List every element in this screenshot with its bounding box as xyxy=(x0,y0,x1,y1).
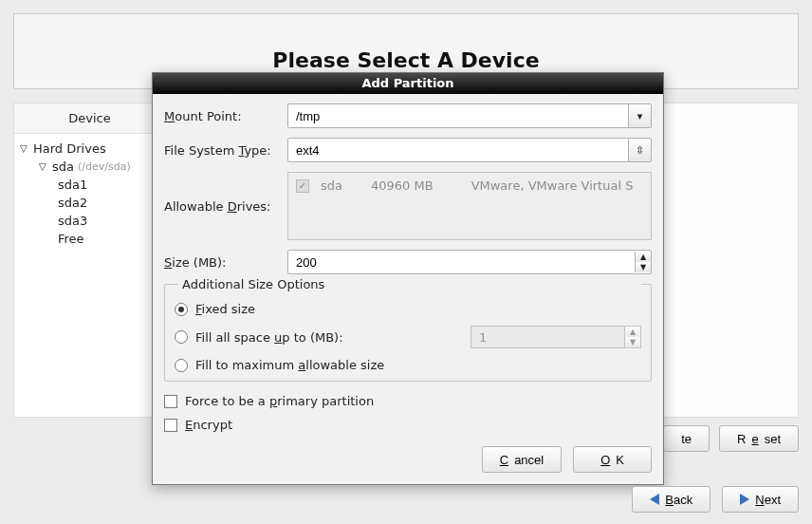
checkbox-icon[interactable] xyxy=(164,419,177,432)
size-input[interactable] xyxy=(288,255,635,270)
tree-part-sda3[interactable]: sda3 xyxy=(14,212,165,230)
mount-point-row: Mount Point: ▾ xyxy=(164,103,652,128)
drive-vendor: VMware, VMware Virtual S xyxy=(471,178,634,193)
tree-disk-path: (/dev/sda) xyxy=(78,160,131,173)
updown-icon[interactable]: ⇳ xyxy=(628,139,651,161)
fs-type-label: File System Type: xyxy=(164,143,287,158)
radio-fixed-size[interactable]: Fixed size xyxy=(175,297,641,321)
tree-disk-name: sda xyxy=(52,159,74,174)
drive-entry-sda: ✓ sda 40960 MB VMware, VMware Virtual S xyxy=(296,178,643,193)
dialog-title: Add Partition xyxy=(153,73,663,94)
disclosure-triangle-icon[interactable]: ▽ xyxy=(20,143,29,154)
size-row: Size (MB): ▲ ▼ xyxy=(164,250,652,274)
radio-icon[interactable] xyxy=(175,330,188,344)
reset-button[interactable]: Reset xyxy=(719,425,799,452)
tree-part-free[interactable]: Free xyxy=(14,230,165,248)
radio-fill-max[interactable]: Fill to maximum allowable size xyxy=(175,353,641,377)
radio-icon[interactable] xyxy=(175,359,188,372)
allowable-drives-list: ✓ sda 40960 MB VMware, VMware Virtual S xyxy=(287,172,652,240)
disclosure-triangle-icon[interactable]: ▽ xyxy=(39,161,48,172)
arrow-right-icon xyxy=(740,494,749,505)
page-title: Please Select A Device xyxy=(14,14,798,72)
mount-point-label: Mount Point: xyxy=(164,109,287,123)
checkbox-icon[interactable] xyxy=(164,395,177,408)
drive-size: 40960 MB xyxy=(371,178,434,193)
spin-up-icon: ▲ xyxy=(625,327,640,337)
delete-button-partial[interactable]: te xyxy=(663,425,710,452)
fill-up-to-input: 1 ▲ ▼ xyxy=(471,326,641,348)
additional-size-options: Additional Size Options Fixed size Fill … xyxy=(164,284,652,382)
spin-down-icon: ▼ xyxy=(625,337,640,347)
tree-disk-sda[interactable]: ▽ sda (/dev/sda) xyxy=(14,158,165,176)
check-primary[interactable]: Force to be a primary partition xyxy=(164,389,652,413)
sidebar-header: Device xyxy=(14,103,165,134)
ok-button[interactable]: OK xyxy=(573,446,652,473)
tree-part-sda2[interactable]: sda2 xyxy=(14,194,165,212)
drives-row: Allowable Drives: ✓ sda 40960 MB VMware,… xyxy=(164,172,652,240)
panel-buttons: te Reset xyxy=(663,425,799,452)
size-label: Size (MB): xyxy=(164,255,287,270)
spin-down-icon[interactable]: ▼ xyxy=(636,262,651,272)
add-partition-dialog: Add Partition Mount Point: ▾ File System… xyxy=(152,72,664,485)
device-tree[interactable]: ▽ Hard Drives ▽ sda (/dev/sda) sda1 sda2… xyxy=(14,134,165,253)
radio-icon[interactable] xyxy=(175,303,188,316)
check-encrypt[interactable]: Encrypt xyxy=(164,413,652,437)
size-spinner[interactable]: ▲ ▼ xyxy=(287,250,652,274)
dialog-actions: Cancel OK xyxy=(164,437,652,473)
fieldset-legend: Additional Size Options xyxy=(178,277,641,291)
back-button[interactable]: Back xyxy=(632,486,710,513)
drives-label: Allowable Drives: xyxy=(164,199,287,214)
mount-point-combo[interactable]: ▾ xyxy=(287,103,652,128)
mount-point-input[interactable] xyxy=(288,109,628,123)
cancel-button[interactable]: Cancel xyxy=(482,446,562,473)
next-button[interactable]: Next xyxy=(722,486,799,513)
tree-part-sda1[interactable]: sda1 xyxy=(14,176,165,194)
fs-type-select[interactable]: ⇳ xyxy=(287,138,652,162)
chevron-down-icon[interactable]: ▾ xyxy=(628,104,651,127)
arrow-left-icon xyxy=(650,494,659,505)
tree-hard-drives[interactable]: ▽ Hard Drives xyxy=(14,140,165,158)
fs-type-value[interactable] xyxy=(288,143,628,158)
fs-type-row: File System Type: ⇳ xyxy=(164,138,652,162)
spin-up-icon[interactable]: ▲ xyxy=(636,252,651,262)
tree-label: Hard Drives xyxy=(33,141,106,156)
wizard-nav: Back Next xyxy=(632,486,799,513)
checkbox-disabled-icon: ✓ xyxy=(296,179,309,193)
spinner-buttons[interactable]: ▲ ▼ xyxy=(635,252,651,272)
radio-fill-up-to[interactable]: Fill all space up to (MB): 1 ▲ ▼ xyxy=(175,321,641,353)
device-sidebar: Device ▽ Hard Drives ▽ sda (/dev/sda) sd… xyxy=(14,103,166,417)
drive-name: sda xyxy=(321,178,342,193)
